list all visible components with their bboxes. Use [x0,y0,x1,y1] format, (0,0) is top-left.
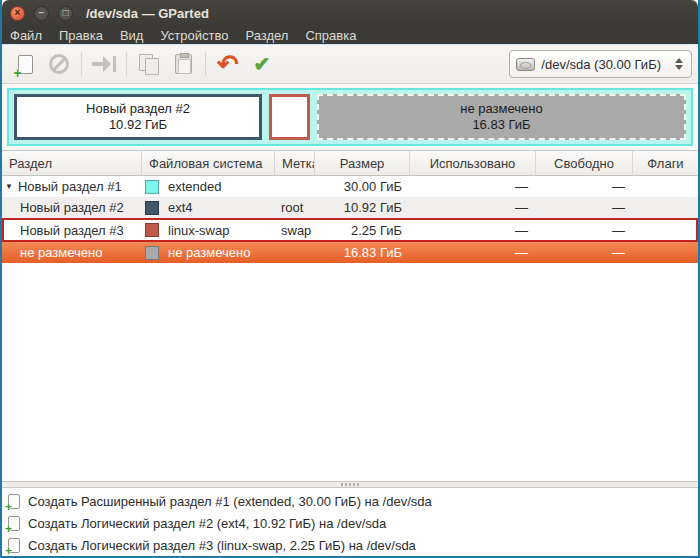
apply-icon: ✔ [254,54,271,74]
pane-splitter[interactable] [2,481,698,488]
close-button[interactable]: × [10,6,25,21]
column-header-size[interactable]: Размер [314,151,409,176]
device-selector-value: /dev/sda (30.00 ГиБ) [541,57,661,72]
free-cell: — [535,245,632,260]
size-cell: 16.83 ГиБ [314,245,409,260]
new-partition-icon: + [8,516,20,531]
delete-partition-icon [49,54,69,74]
menu-file[interactable]: Файл [10,28,42,43]
menu-edit[interactable]: Правка [59,28,103,43]
fs-color-swatch-unallocated [145,246,159,260]
device-selector[interactable]: /dev/sda (30.00 ГиБ) [509,50,692,78]
undo-icon: ↶ [217,54,239,74]
partition-name: Новый раздел #2 [20,200,124,215]
segment-size: 10.92 ГиБ [109,117,167,133]
operation-item[interactable]: + Создать Расширенный раздел #1 (extende… [2,490,698,512]
used-cell: — [409,245,535,260]
table-row-partition-2[interactable]: Новый раздел #2 ext4 root 10.92 ГиБ — — [2,197,698,218]
copy-button [132,48,166,80]
pending-operations-list: + Создать Расширенный раздел #1 (extende… [2,488,698,556]
disk-icon [516,58,535,71]
table-empty-area [2,263,698,481]
delete-partition-button [42,48,76,80]
label-cell: root [274,200,314,215]
segment-size: 16.83 ГиБ [472,117,530,133]
resize-move-icon [92,56,116,72]
operation-item[interactable]: + Создать Логический раздел #2 (ext4, 10… [2,512,698,534]
used-cell: — [409,223,535,238]
table-row-partition-3[interactable]: Новый раздел #3 linux-swap swap 2.25 ГиБ… [2,218,698,242]
partition-name: Новый раздел #1 [18,179,122,194]
fs-name: ext4 [168,200,193,215]
column-header-used[interactable]: Использовано [409,151,535,176]
extended-partition-frame[interactable]: Новый раздел #2 10.92 ГиБ не размечено 1… [7,88,693,146]
disk-visual-area: Новый раздел #2 10.92 ГиБ не размечено 1… [2,84,698,150]
fs-name: extended [168,179,222,194]
size-cell: 30.00 ГиБ [314,179,409,194]
toolbar-separator [126,52,127,76]
partition-name: Новый раздел #3 [20,223,124,238]
column-header-partition[interactable]: Раздел [2,151,141,176]
operation-text: Создать Логический раздел #2 (ext4, 10.9… [28,516,386,531]
segment-label: Новый раздел #2 [86,101,190,117]
segment-label: не размечено [460,101,542,117]
menu-help[interactable]: Справка [305,28,356,43]
toolbar: + ↶ ✔ /dev/sda (30.00 ГиБ) [2,44,698,84]
visual-segment-swap[interactable] [269,94,310,140]
fs-name: не размечено [168,245,250,260]
table-row-unallocated[interactable]: не размечено не размечено 16.83 ГиБ — — [2,242,698,263]
titlebar: × − □ /dev/sda — GParted [2,0,698,26]
visual-segment-ext4[interactable]: Новый раздел #2 10.92 ГиБ [14,94,262,140]
copy-icon [139,54,159,74]
menu-partition[interactable]: Раздел [245,28,288,43]
visual-segment-unallocated[interactable]: не размечено 16.83 ГиБ [317,94,686,140]
fs-color-swatch-extended [145,180,159,194]
new-partition-icon: + [8,494,20,509]
new-partition-icon: + [18,55,33,74]
operation-item[interactable]: + Создать Логический раздел #3 (linux-sw… [2,534,698,556]
undo-button[interactable]: ↶ [211,48,245,80]
fs-color-swatch-ext4 [145,201,159,215]
expander-icon[interactable]: ▼ [5,182,13,191]
window-title: /dev/sda — GParted [86,6,209,21]
size-cell: 2.25 ГиБ [314,223,409,238]
column-header-flags[interactable]: Флаги [632,151,698,176]
free-cell: — [535,200,632,215]
toolbar-separator [205,52,206,76]
apply-button[interactable]: ✔ [245,48,279,80]
resize-move-button [87,48,121,80]
spinner-arrows-icon [675,58,683,70]
paste-button [166,48,200,80]
size-cell: 10.92 ГиБ [314,200,409,215]
fs-color-swatch-linux-swap [145,223,159,237]
label-cell: swap [274,223,314,238]
menu-device[interactable]: Устройство [160,28,228,43]
partition-name: не размечено [20,245,102,260]
operation-text: Создать Расширенный раздел #1 (extended,… [28,494,432,509]
used-cell: — [409,200,535,215]
column-header-free[interactable]: Свободно [535,151,632,176]
free-cell: — [535,223,632,238]
free-cell: — [535,179,632,194]
column-header-filesystem[interactable]: Файловая система [141,151,274,176]
fs-name: linux-swap [168,223,229,238]
toolbar-separator [81,52,82,76]
menubar: Файл Правка Вид Устройство Раздел Справк… [2,26,698,44]
table-row-partition-1[interactable]: ▼ Новый раздел #1 extended 30.00 ГиБ — — [2,176,698,197]
new-partition-button[interactable]: + [8,48,42,80]
paste-icon [175,54,192,74]
splitter-grip-icon [341,483,359,486]
used-cell: — [409,179,535,194]
minimize-button[interactable]: − [34,6,49,21]
operation-text: Создать Логический раздел #3 (linux-swap… [28,538,416,553]
menu-view[interactable]: Вид [120,28,144,43]
partition-table-header: Раздел Файловая система Метка Размер Исп… [2,150,698,176]
maximize-button[interactable]: □ [58,6,73,21]
gparted-window: × − □ /dev/sda — GParted Файл Правка Вид… [0,0,700,558]
column-header-label[interactable]: Метка [274,151,314,176]
new-partition-icon: + [8,538,20,553]
